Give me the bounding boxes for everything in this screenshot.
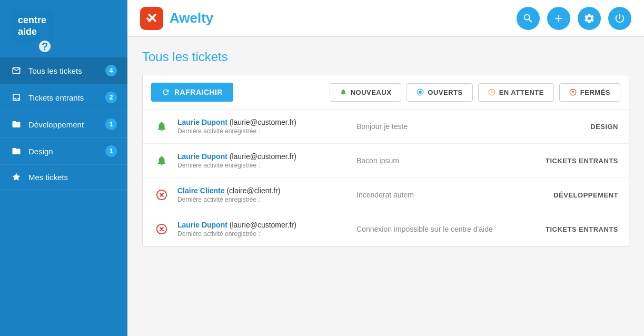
sidebar-item-label: Développement: [28, 120, 105, 129]
ticket-author-name: Claire Cliente: [177, 186, 224, 195]
logo-question-mark: ?: [39, 41, 51, 52]
ticket-last-activity: Dernière activité enregistrée :: [177, 127, 346, 135]
main-content: Awelty Tous les tickets RAFRA: [127, 0, 644, 336]
power-icon: [614, 13, 626, 24]
sidebar-item-label: Mes tickets: [28, 173, 117, 182]
sidebar-item-label: Tickets entrants: [28, 93, 105, 102]
ticket-status-icon: [153, 155, 170, 166]
sidebar-nav: Tous les tickets 4 Tickets entrants 2 Dé…: [0, 57, 127, 190]
ticket-status-icon: [153, 223, 170, 235]
ticket-status-icon: [153, 189, 170, 201]
ticket-info: Claire Cliente (claire@client.fr) Derniè…: [177, 186, 346, 203]
topbar: Awelty: [127, 0, 644, 37]
circle-icon: [417, 88, 424, 96]
ticket-category: DESIGN: [513, 123, 618, 131]
power-button[interactable]: [608, 7, 631, 30]
refresh-button[interactable]: RAFRAICHIR: [151, 83, 233, 102]
ticket-subject: Connexion impossible sur le centre d'aid…: [346, 225, 513, 233]
page: Tous les tickets RAFRAICHIR NOUVEAUX OUV…: [127, 37, 644, 336]
sidebar-item-tous-les-tickets[interactable]: Tous les tickets 4: [0, 57, 127, 84]
ticket-last-activity: Dernière activité enregistrée :: [177, 196, 346, 203]
sidebar-badge: 4: [105, 65, 117, 76]
app-title: Awelty: [170, 10, 213, 26]
tickets-panel: RAFRAICHIR NOUVEAUX OUVERTS EN ATTENTE: [142, 75, 629, 246]
app-logo-icon: [140, 7, 163, 30]
ticket-category: TICKETS ENTRANTS: [513, 157, 618, 165]
ticket-author-email: (laurie@customer.fr): [230, 118, 296, 126]
sidebar-item-developpement[interactable]: Développement 1: [0, 111, 127, 138]
x-circle-icon: [569, 88, 577, 96]
table-row[interactable]: Laurie Dupont (laurie@customer.fr) Derni…: [143, 144, 629, 178]
sidebar-item-mes-tickets[interactable]: Mes tickets: [0, 165, 127, 190]
ticket-last-activity: Dernière activité enregistrée :: [177, 230, 346, 238]
filter-en-attente-label: EN ATTENTE: [499, 88, 544, 96]
x-circle-icon: [156, 189, 167, 201]
ticket-list: Laurie Dupont (laurie@customer.fr) Derni…: [143, 110, 629, 246]
x-circle-icon: [156, 223, 167, 235]
filter-nouveaux-label: NOUVEAUX: [351, 88, 392, 96]
search-icon: [522, 13, 534, 24]
inbox-icon: [11, 93, 22, 102]
filter-ouverts-label: OUVERTS: [428, 88, 462, 96]
ticket-author-name: Laurie Dupont: [177, 118, 227, 126]
sidebar-item-tickets-entrants[interactable]: Tickets entrants 2: [0, 84, 127, 111]
filter-nouveaux[interactable]: NOUVEAUX: [330, 83, 402, 102]
ticket-name: Laurie Dupont (laurie@customer.fr): [177, 118, 346, 126]
sidebar-item-label: Tous les tickets: [28, 66, 105, 75]
ticket-icon: [11, 66, 22, 75]
ticket-subject: Bonjour je teste: [346, 122, 513, 131]
search-button[interactable]: [517, 7, 540, 30]
bell-icon: [340, 88, 347, 96]
clock-icon: [488, 88, 496, 96]
ticket-info: Laurie Dupont (laurie@customer.fr) Derni…: [177, 152, 346, 169]
ticket-author-name: Laurie Dupont: [177, 152, 227, 161]
svg-point-2: [419, 91, 422, 94]
ticket-name: Laurie Dupont (laurie@customer.fr): [177, 152, 346, 161]
table-row[interactable]: Laurie Dupont (laurie@customer.fr) Derni…: [143, 212, 629, 246]
sidebar-badge: 1: [105, 118, 117, 130]
ticket-subject: Bacon ipsum: [346, 156, 513, 165]
ticket-author-name: Laurie Dupont: [177, 221, 227, 229]
refresh-label: RAFRAICHIR: [174, 88, 223, 96]
folder-icon: [11, 146, 22, 156]
topbar-actions: [517, 7, 631, 30]
ticket-author-email: (laurie@customer.fr): [230, 221, 296, 229]
sidebar-badge: 2: [105, 92, 117, 103]
settings-button[interactable]: [578, 7, 601, 30]
ticket-author-email: (claire@client.fr): [226, 186, 280, 195]
refresh-icon: [162, 88, 170, 96]
logo-bubble: centreaide: [11, 9, 54, 43]
logo-box: centreaide ?: [11, 9, 54, 43]
filter-fermes[interactable]: FERMÉS: [559, 83, 620, 102]
ticket-category: TICKETS ENTRANTS: [513, 225, 618, 233]
sidebar-logo: centreaide ?: [0, 0, 127, 52]
logo-text: centreaide: [18, 15, 46, 37]
ticket-category: DÉVELOPPEMENT: [513, 191, 618, 199]
add-button[interactable]: [547, 7, 570, 30]
ticket-subject: Incenderat autem: [346, 191, 513, 199]
sidebar-item-design[interactable]: Design 1: [0, 138, 127, 165]
filter-ouverts[interactable]: OUVERTS: [407, 83, 472, 102]
filter-en-attente[interactable]: EN ATTENTE: [478, 83, 554, 102]
star-icon: [11, 172, 22, 182]
ticket-status-icon: [153, 121, 170, 132]
ticket-info: Laurie Dupont (laurie@customer.fr) Derni…: [177, 221, 346, 238]
sidebar: centreaide ? Tous les tickets 4 Tickets …: [0, 0, 127, 336]
folder-icon: [11, 120, 22, 129]
filter-fermes-label: FERMÉS: [580, 88, 610, 96]
page-title: Tous les tickets: [142, 50, 629, 64]
ticket-name: Laurie Dupont (laurie@customer.fr): [177, 221, 346, 229]
ticket-author-email: (laurie@customer.fr): [230, 152, 296, 161]
sidebar-item-label: Design: [28, 147, 105, 156]
plus-icon: [553, 13, 564, 24]
ticket-info: Laurie Dupont (laurie@customer.fr) Derni…: [177, 118, 346, 135]
sidebar-badge: 1: [105, 145, 117, 157]
tickets-toolbar: RAFRAICHIR NOUVEAUX OUVERTS EN ATTENTE: [143, 75, 629, 110]
table-row[interactable]: Laurie Dupont (laurie@customer.fr) Derni…: [143, 110, 629, 144]
topbar-logo: Awelty: [140, 7, 517, 30]
table-row[interactable]: Claire Cliente (claire@client.fr) Derniè…: [143, 178, 629, 212]
ticket-last-activity: Dernière activité enregistrée :: [177, 162, 346, 169]
gear-icon: [583, 13, 595, 24]
ticket-name: Claire Cliente (claire@client.fr): [177, 186, 346, 195]
